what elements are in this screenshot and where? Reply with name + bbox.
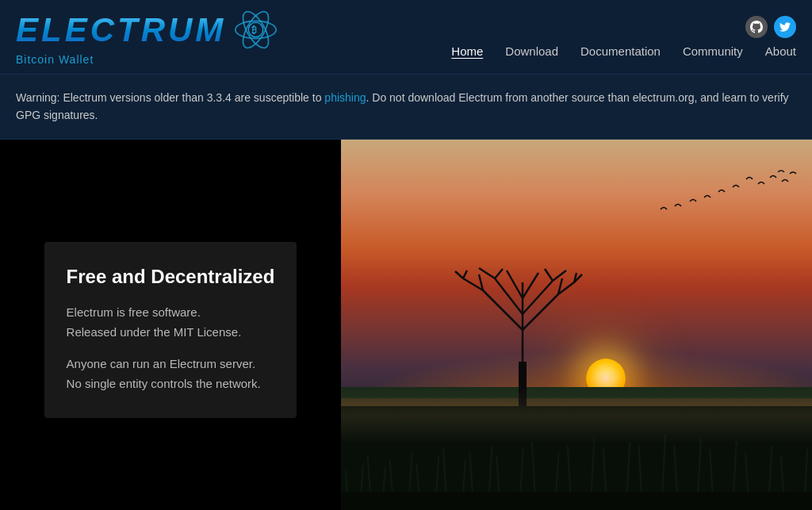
svg-line-11 [507, 270, 523, 298]
warning-text-before: Warning: Electrum versions older than 3.… [16, 91, 324, 104]
svg-line-19 [553, 270, 566, 281]
warning-bar: Warning: Electrum versions older than 3.… [0, 75, 812, 140]
svg-line-20 [545, 269, 553, 281]
svg-line-15 [479, 268, 495, 278]
svg-line-22 [463, 270, 467, 278]
svg-line-12 [523, 273, 538, 298]
nav-documentation[interactable]: Documentation [580, 44, 661, 58]
svg-line-10 [523, 281, 553, 314]
site-header: ELECTRUM ₿ Bitcoin Wallet [0, 0, 812, 75]
logo-subtitle: Bitcoin Wallet [16, 53, 278, 66]
hero-title: Free and Decentralized [67, 266, 275, 288]
logo-text: ELECTRUM [16, 13, 226, 47]
nav-community[interactable]: Community [683, 44, 743, 58]
bitcoin-icon: ₿ [234, 8, 278, 52]
svg-rect-56 [341, 492, 812, 510]
header-right: Home Download Documentation Community Ab… [451, 16, 796, 58]
main-nav: Home Download Documentation Community Ab… [451, 44, 796, 58]
hero-left-panel: Free and Decentralized Electrum is free … [0, 140, 341, 510]
svg-line-9 [495, 278, 523, 314]
site-logo: ELECTRUM ₿ [16, 8, 278, 52]
social-icons [745, 16, 796, 38]
nav-download[interactable]: Download [505, 44, 558, 58]
nav-about[interactable]: About [765, 44, 796, 58]
logo-area: ELECTRUM ₿ Bitcoin Wallet [16, 8, 278, 66]
svg-line-8 [523, 294, 558, 330]
birds-silhouette [623, 170, 798, 249]
twitter-icon[interactable] [774, 16, 796, 38]
github-icon[interactable] [745, 16, 768, 38]
svg-line-7 [483, 290, 523, 330]
svg-line-16 [495, 269, 503, 278]
hero-section: Free and Decentralized Electrum is free … [0, 140, 812, 510]
hero-image [341, 140, 812, 510]
svg-text:₿: ₿ [251, 25, 260, 36]
sunset-scene [341, 140, 812, 510]
nav-home[interactable]: Home [451, 44, 483, 58]
phishing-link[interactable]: phishing [324, 91, 366, 104]
hero-content-box: Free and Decentralized Electrum is free … [44, 242, 297, 418]
mist-overlay [341, 387, 812, 444]
svg-line-21 [455, 271, 463, 278]
hero-paragraph-1: Electrum is free software. Released unde… [67, 302, 275, 343]
hero-paragraph-2: Anyone can run an Electrum server. No si… [67, 354, 275, 394]
